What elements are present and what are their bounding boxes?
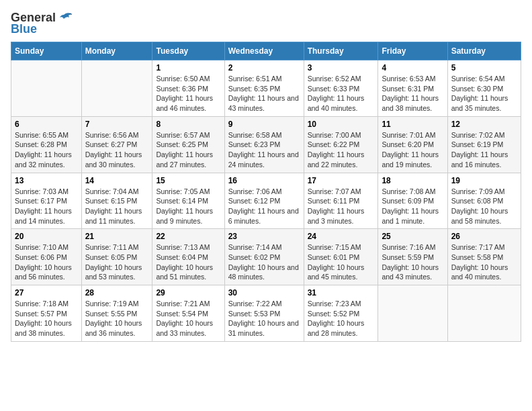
day-number: 25	[382, 232, 443, 241]
day-number: 21	[85, 232, 149, 241]
calendar-cell: 10Sunrise: 7:00 AMSunset: 6:22 PMDayligh…	[304, 116, 378, 173]
day-number: 11	[382, 120, 443, 129]
day-info: Sunrise: 7:11 AMSunset: 6:05 PMDaylight:…	[85, 242, 149, 282]
calendar-cell: 12Sunrise: 7:02 AMSunset: 6:19 PMDayligh…	[447, 116, 521, 173]
day-info: Sunrise: 7:05 AMSunset: 6:14 PMDaylight:…	[156, 187, 220, 226]
day-info: Sunrise: 7:04 AMSunset: 6:15 PMDaylight:…	[85, 187, 149, 226]
day-info: Sunrise: 7:17 AMSunset: 5:58 PMDaylight:…	[451, 242, 517, 282]
day-number: 24	[308, 232, 375, 241]
day-number: 13	[15, 176, 78, 185]
calendar-cell: 22Sunrise: 7:13 AMSunset: 6:04 PMDayligh…	[152, 229, 224, 285]
calendar-cell	[378, 285, 447, 342]
logo: General Blue	[11, 11, 72, 36]
calendar-cell	[11, 60, 82, 117]
calendar-cell: 31Sunrise: 7:23 AMSunset: 5:52 PMDayligh…	[304, 285, 378, 342]
calendar-cell: 11Sunrise: 7:01 AMSunset: 6:20 PMDayligh…	[378, 116, 447, 173]
calendar-cell: 3Sunrise: 6:52 AMSunset: 6:33 PMDaylight…	[304, 60, 378, 117]
day-info: Sunrise: 7:13 AMSunset: 6:04 PMDaylight:…	[156, 242, 220, 282]
day-number: 30	[228, 288, 300, 298]
day-info: Sunrise: 7:07 AMSunset: 6:11 PMDaylight:…	[308, 187, 375, 226]
header-sunday: Sunday	[11, 42, 82, 60]
calendar-cell: 23Sunrise: 7:14 AMSunset: 6:02 PMDayligh…	[224, 229, 304, 285]
calendar-cell: 16Sunrise: 7:06 AMSunset: 6:12 PMDayligh…	[224, 173, 304, 229]
calendar-week-5: 27Sunrise: 7:18 AMSunset: 5:57 PMDayligh…	[11, 285, 521, 342]
calendar-cell: 14Sunrise: 7:04 AMSunset: 6:15 PMDayligh…	[81, 173, 152, 229]
calendar-week-1: 1Sunrise: 6:50 AMSunset: 6:36 PMDaylight…	[11, 60, 521, 117]
calendar-cell: 9Sunrise: 6:58 AMSunset: 6:23 PMDaylight…	[224, 116, 304, 173]
header-thursday: Thursday	[304, 42, 378, 60]
calendar-cell: 26Sunrise: 7:17 AMSunset: 5:58 PMDayligh…	[447, 229, 521, 285]
day-info: Sunrise: 6:52 AMSunset: 6:33 PMDaylight:…	[308, 74, 375, 113]
day-number: 3	[308, 63, 375, 73]
day-number: 29	[156, 288, 220, 298]
calendar-cell: 13Sunrise: 7:03 AMSunset: 6:17 PMDayligh…	[11, 173, 82, 229]
day-number: 12	[451, 120, 517, 129]
day-number: 19	[451, 176, 517, 185]
calendar-cell: 18Sunrise: 7:08 AMSunset: 6:09 PMDayligh…	[378, 173, 447, 229]
day-number: 16	[228, 176, 300, 185]
day-info: Sunrise: 7:08 AMSunset: 6:09 PMDaylight:…	[382, 187, 443, 226]
day-info: Sunrise: 7:22 AMSunset: 5:53 PMDaylight:…	[228, 299, 300, 338]
calendar-cell: 29Sunrise: 7:21 AMSunset: 5:54 PMDayligh…	[152, 285, 224, 342]
calendar-cell: 20Sunrise: 7:10 AMSunset: 6:06 PMDayligh…	[11, 229, 82, 285]
calendar-table: SundayMondayTuesdayWednesdayThursdayFrid…	[11, 42, 521, 342]
day-info: Sunrise: 6:51 AMSunset: 6:35 PMDaylight:…	[228, 74, 300, 113]
calendar-cell: 6Sunrise: 6:55 AMSunset: 6:28 PMDaylight…	[11, 116, 82, 173]
page-header: General Blue	[11, 11, 521, 36]
day-info: Sunrise: 6:50 AMSunset: 6:36 PMDaylight:…	[156, 74, 220, 113]
day-info: Sunrise: 6:58 AMSunset: 6:23 PMDaylight:…	[228, 130, 300, 170]
day-info: Sunrise: 7:10 AMSunset: 6:06 PMDaylight:…	[15, 242, 78, 282]
calendar-cell: 25Sunrise: 7:16 AMSunset: 5:59 PMDayligh…	[378, 229, 447, 285]
day-info: Sunrise: 6:56 AMSunset: 6:27 PMDaylight:…	[85, 130, 149, 170]
day-number: 15	[156, 176, 220, 185]
day-number: 23	[228, 232, 300, 241]
day-info: Sunrise: 7:06 AMSunset: 6:12 PMDaylight:…	[228, 187, 300, 226]
day-number: 18	[382, 176, 443, 185]
day-number: 2	[228, 63, 300, 73]
day-info: Sunrise: 7:18 AMSunset: 5:57 PMDaylight:…	[15, 299, 78, 338]
day-info: Sunrise: 6:57 AMSunset: 6:25 PMDaylight:…	[156, 130, 220, 170]
day-number: 20	[15, 232, 78, 241]
day-info: Sunrise: 7:21 AMSunset: 5:54 PMDaylight:…	[156, 299, 220, 338]
day-info: Sunrise: 6:54 AMSunset: 6:30 PMDaylight:…	[451, 74, 517, 113]
calendar-cell	[447, 285, 521, 342]
day-number: 26	[451, 232, 517, 241]
day-number: 8	[156, 120, 220, 129]
logo-blue: Blue	[11, 22, 37, 36]
day-number: 22	[156, 232, 220, 241]
calendar-cell: 8Sunrise: 6:57 AMSunset: 6:25 PMDaylight…	[152, 116, 224, 173]
header-monday: Monday	[81, 42, 152, 60]
calendar-cell: 1Sunrise: 6:50 AMSunset: 6:36 PMDaylight…	[152, 60, 224, 117]
calendar-cell: 27Sunrise: 7:18 AMSunset: 5:57 PMDayligh…	[11, 285, 82, 342]
calendar-cell: 2Sunrise: 6:51 AMSunset: 6:35 PMDaylight…	[224, 60, 304, 117]
calendar-cell: 24Sunrise: 7:15 AMSunset: 6:01 PMDayligh…	[304, 229, 378, 285]
header-tuesday: Tuesday	[152, 42, 224, 60]
calendar-cell	[81, 60, 152, 117]
calendar-cell: 15Sunrise: 7:05 AMSunset: 6:14 PMDayligh…	[152, 173, 224, 229]
day-info: Sunrise: 7:19 AMSunset: 5:55 PMDaylight:…	[85, 299, 149, 338]
day-info: Sunrise: 7:03 AMSunset: 6:17 PMDaylight:…	[15, 187, 78, 226]
day-number: 9	[228, 120, 300, 129]
calendar-cell: 28Sunrise: 7:19 AMSunset: 5:55 PMDayligh…	[81, 285, 152, 342]
day-info: Sunrise: 7:02 AMSunset: 6:19 PMDaylight:…	[451, 130, 517, 170]
calendar-week-3: 13Sunrise: 7:03 AMSunset: 6:17 PMDayligh…	[11, 173, 521, 229]
day-number: 17	[308, 176, 375, 185]
day-number: 10	[308, 120, 375, 129]
calendar-week-2: 6Sunrise: 6:55 AMSunset: 6:28 PMDaylight…	[11, 116, 521, 173]
day-info: Sunrise: 7:23 AMSunset: 5:52 PMDaylight:…	[308, 299, 375, 338]
day-number: 31	[308, 288, 375, 298]
day-number: 4	[382, 63, 443, 73]
day-info: Sunrise: 7:09 AMSunset: 6:08 PMDaylight:…	[451, 187, 517, 226]
calendar-week-4: 20Sunrise: 7:10 AMSunset: 6:06 PMDayligh…	[11, 229, 521, 285]
day-number: 28	[85, 288, 149, 298]
calendar-cell: 4Sunrise: 6:53 AMSunset: 6:31 PMDaylight…	[378, 60, 447, 117]
header-wednesday: Wednesday	[224, 42, 304, 60]
calendar-cell: 7Sunrise: 6:56 AMSunset: 6:27 PMDaylight…	[81, 116, 152, 173]
logo-bird-icon	[57, 12, 72, 24]
calendar-cell: 5Sunrise: 6:54 AMSunset: 6:30 PMDaylight…	[447, 60, 521, 117]
day-number: 7	[85, 120, 149, 129]
calendar-cell: 17Sunrise: 7:07 AMSunset: 6:11 PMDayligh…	[304, 173, 378, 229]
day-info: Sunrise: 7:15 AMSunset: 6:01 PMDaylight:…	[308, 242, 375, 282]
day-number: 5	[451, 63, 517, 73]
day-number: 14	[85, 176, 149, 185]
